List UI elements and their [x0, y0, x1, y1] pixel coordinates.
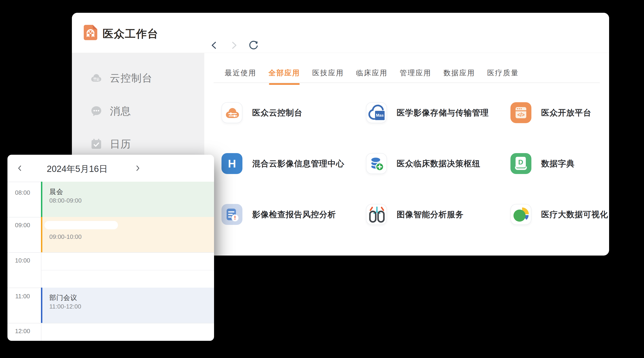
event-time: 09:00-10:00 — [49, 233, 82, 240]
app-report-risk-analysis[interactable]: ! 影像检查报告风控分析 — [222, 204, 366, 255]
tabs-divider — [214, 82, 600, 83]
event-time: 11:00-12:00 — [49, 303, 81, 310]
tab-medtech-apps[interactable]: 医技应用 — [312, 68, 344, 82]
event-time: 08:00-09:00 — [49, 197, 82, 204]
back-button[interactable] — [209, 40, 220, 51]
forward-chevron-icon — [233, 42, 236, 48]
app-category-tabs: 最近使用 全部应用 医技应用 临床应用 管理应用 数据应用 医疗质量 — [225, 68, 519, 82]
app-label: 医众开放平台 — [541, 102, 592, 123]
app-label: 数据字典 — [541, 153, 575, 174]
time-label: 08:00 — [8, 189, 38, 196]
d-letter: D — [516, 157, 526, 168]
mas-badge: Mas — [375, 111, 384, 120]
calendar-prev-day-button[interactable] — [15, 164, 24, 173]
app-grid: 医众云控制台 Mas 医学影像存储与传输管理 </> 医众开放平台 — [222, 102, 609, 255]
sidebar-item-label: 消息 — [110, 104, 131, 118]
tab-management-apps[interactable]: 管理应用 — [400, 68, 431, 82]
big-data-viz-icon — [510, 204, 532, 225]
back-chevron-icon — [212, 42, 216, 48]
sidebar-item-label: 云控制台 — [110, 71, 152, 85]
mas-icon: Mas — [366, 102, 387, 123]
time-label: 11:00 — [8, 293, 38, 300]
h-letter: H — [222, 153, 242, 174]
sidebar-item-calendar[interactable]: 日历 — [90, 133, 204, 155]
app-label: 医众临床数据决策枢纽 — [397, 153, 480, 174]
window-title: 医众工作台 — [102, 27, 158, 41]
refresh-button[interactable] — [248, 40, 259, 51]
window-header: 医众工作台 — [72, 13, 609, 53]
app-clinical-data-hub[interactable]: 医众临床数据决策枢纽 — [366, 153, 510, 204]
time-label: 09:00 — [8, 222, 38, 229]
image-ai-icon — [366, 204, 387, 225]
app-label: 医学影像存储与传输管理 — [397, 102, 489, 123]
app-medical-image-storage[interactable]: Mas 医学影像存储与传输管理 — [366, 102, 510, 153]
calendar-date-title: 2024年5月16日 — [33, 163, 122, 175]
app-label: 医疗大数据可视化 — [541, 204, 608, 225]
tab-data-apps[interactable]: 数据应用 — [444, 68, 475, 82]
app-label: 图像智能分析服务 — [397, 204, 464, 225]
time-label: 10:00 — [8, 257, 38, 264]
chevron-right-icon — [137, 166, 139, 171]
cloud-console-icon — [222, 102, 242, 123]
time-label: 12:00 — [8, 328, 38, 335]
app-cloud-console[interactable]: 医众云控制台 — [222, 102, 366, 153]
chevron-left-icon — [18, 166, 21, 171]
sidebar-item-cloud-console[interactable]: 云控制台 — [90, 67, 204, 89]
open-platform-icon: </> — [510, 102, 532, 123]
hour-line — [8, 252, 214, 253]
tab-clinical-apps[interactable]: 临床应用 — [356, 68, 388, 82]
message-bubble-icon — [90, 105, 102, 117]
app-label: 影像检查报告风控分析 — [252, 204, 336, 225]
app-image-ai-analysis[interactable]: 图像智能分析服务 — [366, 204, 510, 255]
clinical-data-icon — [366, 153, 387, 174]
hour-line — [8, 323, 214, 323]
data-dictionary-icon: D — [510, 153, 532, 174]
app-open-platform[interactable]: </> 医众开放平台 — [510, 102, 609, 153]
event-title: 部门会议 — [49, 293, 77, 303]
sidebar-item-messages[interactable]: 消息 — [90, 100, 204, 122]
app-label: 混合云影像信息管理中心 — [252, 153, 344, 174]
calendar-check-icon — [90, 138, 102, 150]
calendar-event-redacted[interactable]: 09:00-10:00 — [41, 217, 214, 252]
cloud-settings-icon — [90, 72, 102, 84]
report-risk-icon: ! — [222, 204, 242, 225]
event-title: 晨会 — [49, 187, 63, 196]
app-label: 医众云控制台 — [252, 102, 302, 123]
app-hybrid-cloud-imaging[interactable]: H 混合云影像信息管理中心 — [222, 153, 366, 204]
calendar-next-day-button[interactable] — [133, 164, 142, 173]
app-data-dictionary[interactable]: D 数据字典 — [510, 153, 609, 204]
tab-all-apps[interactable]: 全部应用 — [268, 68, 300, 82]
calendar-header: 2024年5月16日 — [8, 155, 214, 182]
forward-button[interactable] — [228, 40, 240, 51]
calendar-event-department-meeting[interactable]: 部门会议 11:00-12:00 — [41, 288, 214, 323]
app-logo-icon — [83, 24, 98, 41]
half-hour-line — [41, 270, 214, 270]
tab-recently-used[interactable]: 最近使用 — [225, 68, 256, 82]
calendar-event-morning-meeting[interactable]: 晨会 08:00-09:00 — [41, 182, 214, 217]
sidebar-item-label: 日历 — [110, 137, 131, 151]
tab-medical-quality[interactable]: 医疗质量 — [487, 68, 519, 82]
app-big-data-visualization[interactable]: 医疗大数据可视化 — [510, 204, 609, 255]
calendar-day-view: 2024年5月16日 08:00 09:00 10:00 11:00 12:00… — [8, 155, 214, 341]
redacted-event-title-pill — [44, 221, 118, 229]
code-glyph: </> — [516, 111, 526, 119]
exclamation-mark: ! — [232, 214, 238, 221]
hybrid-cloud-icon: H — [222, 153, 242, 174]
